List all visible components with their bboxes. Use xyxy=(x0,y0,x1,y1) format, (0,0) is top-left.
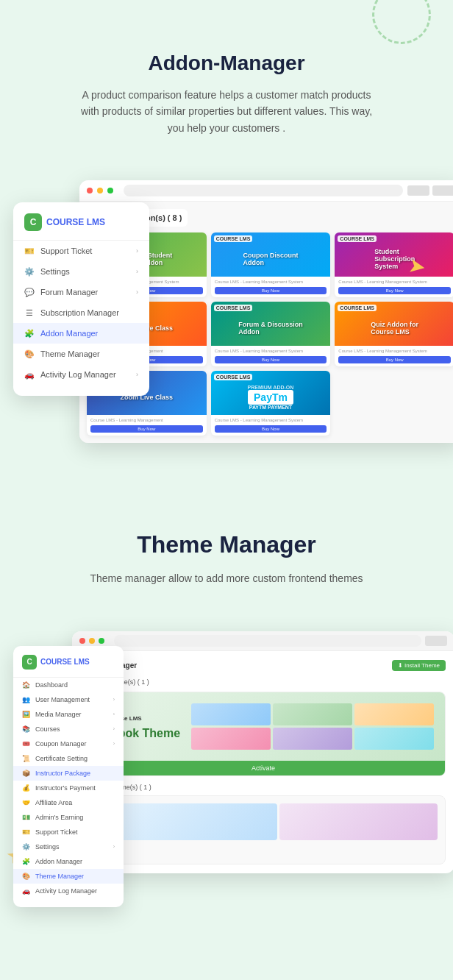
theme-sidebar-item-support-ticket[interactable]: 🎫 Support Ticket xyxy=(13,825,124,839)
theme-manager-description: Theme manager allow to add more custom f… xyxy=(72,570,381,586)
theme-sidebar-item-dashboard[interactable]: 🏠 Dashboard xyxy=(13,678,124,692)
media-icon: 🖼️ xyxy=(22,711,31,718)
available-section-title: Available Theme(s) ( 1 ) xyxy=(81,784,446,791)
sidebar-item-theme-manager[interactable]: 🎨 Theme Manager xyxy=(13,344,149,364)
theme-sidebar-item-label: Theme Manager xyxy=(35,873,84,880)
addon-card-subscription: COURSE LMS Student Subscription System C… xyxy=(335,232,453,297)
theme-sidebar-item-label: Media Manager xyxy=(35,711,82,718)
activity-icon: 🚗 xyxy=(24,369,35,380)
sidebar-item-forum-manager[interactable]: 💬 Forum Manager › xyxy=(13,282,149,302)
arrow-icon: › xyxy=(113,726,115,731)
theme-sidebar-item-label: Support Ticket xyxy=(35,828,78,836)
browser-bar xyxy=(79,180,453,202)
browser-url-bar-2 xyxy=(114,635,421,647)
theme-preview-img-4 xyxy=(191,728,271,750)
theme-sidebar-item-admin-earning[interactable]: 💵 Admin's Earning xyxy=(13,810,124,825)
browser-dot-green xyxy=(107,188,113,193)
arrow-icon: › xyxy=(136,247,138,255)
addon-buy-btn-2[interactable]: Buy Now xyxy=(215,287,327,294)
theme-icon: 🎨 xyxy=(24,349,35,359)
addon-buy-btn-6[interactable]: Buy Now xyxy=(338,356,451,363)
theme-sidebar-item-theme-manager[interactable]: 🎨 Theme Manager xyxy=(13,869,124,884)
theme-sidebar-logo-text: COURSE LMS xyxy=(40,658,90,666)
affiliate-icon: 🤝 xyxy=(22,799,31,806)
addon-card-img-6: COURSE LMS Quiz Addon for Course LMS xyxy=(335,302,453,346)
addon-icon: 🧩 xyxy=(24,328,35,338)
theme-content: Theme Manager ⬇ Install Theme Installed … xyxy=(72,651,453,873)
theme-content-header: Theme Manager ⬇ Install Theme xyxy=(81,660,446,671)
available-theme-preview xyxy=(118,803,438,856)
sidebar-item-subscription-manager[interactable]: ☰ Subscription Manager xyxy=(13,302,149,323)
earning-icon: 💵 xyxy=(22,814,31,821)
browser-action-btn xyxy=(407,185,429,196)
sidebar-item-activity-log-manager[interactable]: 🚗 Activity Log Manager › xyxy=(13,364,149,385)
theme-preview-img-2 xyxy=(273,703,352,725)
sidebar-item-label: Activity Log Manager xyxy=(40,370,116,379)
addon-card-subtitle-3: Course LMS - Learning Management System xyxy=(338,280,451,284)
theme-sidebar-item-affiliate[interactable]: 🤝 Affiliate Area xyxy=(13,795,124,810)
addon-buy-btn-7[interactable]: Buy Now xyxy=(90,425,203,433)
sidebar-item-settings[interactable]: ⚙️ Settings › xyxy=(13,261,149,282)
avail-preview-img-2 xyxy=(279,803,438,840)
theme-sidebar-item-label: Coupon Manager xyxy=(35,740,87,748)
theme-sidebar-item-label: User Management xyxy=(35,696,90,703)
theme-manager-title: Theme Manager xyxy=(29,531,424,558)
theme-sidebar-item-settings[interactable]: ⚙️ Settings › xyxy=(13,839,124,854)
ticket-icon: 🎫 xyxy=(24,246,35,256)
sidebar-item-support-ticket[interactable]: 🎫 Support Ticket › xyxy=(13,241,149,261)
arrow-icon: › xyxy=(113,844,115,849)
sidebar-item-label: Theme Manager xyxy=(40,349,100,358)
theme-sidebar-item-user-management[interactable]: 👥 User Management › xyxy=(13,692,124,707)
browser-action-btn xyxy=(432,185,453,196)
addon-icon: 🧩 xyxy=(22,858,31,865)
sidebar-item-addon-manager[interactable]: 🧩 Addon Manager xyxy=(13,323,149,344)
theme-browser-bar xyxy=(72,631,453,651)
theme-sidebar-item-addon-manager[interactable]: 🧩 Addon Manager xyxy=(13,854,124,869)
addon-card-img-8: COURSE LMS PREMIUM ADD-ON PayTm PAYTM PA… xyxy=(211,371,331,415)
theme-sidebar-logo: C COURSE LMS xyxy=(13,655,124,678)
addon-card-subtitle-2: Course LMS - Learning Management System xyxy=(215,280,327,284)
theme-sidebar-item-label: Activity Log Manager xyxy=(35,887,97,895)
avail-preview-img-1 xyxy=(118,803,277,840)
theme-sidebar-item-label: Instructor Package xyxy=(35,770,90,777)
addon-buy-btn-3[interactable]: Buy Now xyxy=(338,287,451,294)
browser-dot-red xyxy=(87,188,93,193)
arrow-icon: › xyxy=(136,268,138,275)
settings-icon: ⚙️ xyxy=(24,266,35,277)
theme-sidebar: C COURSE LMS 🏠 Dashboard 👥 User Manageme… xyxy=(13,646,124,907)
installed-section-title: Installed Theme(s) ( 1 ) xyxy=(81,678,446,686)
addon-card-body-7: Course LMS - Learning Management Buy Now xyxy=(87,415,207,436)
addon-card-img-2: COURSE LMS Coupon Discount Addon xyxy=(211,232,331,277)
available-theme-card: R Rumbok Theme For Course LMS xyxy=(81,795,446,864)
addon-card-subtitle-8: Course LMS - Learning Management System xyxy=(215,418,327,422)
theme-sidebar-item-coupon[interactable]: 🎟️ Coupon Manager › xyxy=(13,736,124,751)
sidebar-item-label: Subscription Manager xyxy=(40,308,119,317)
theme-icon: 🎨 xyxy=(22,873,31,880)
payment-icon: 💰 xyxy=(22,784,31,792)
install-theme-button[interactable]: ⬇ Install Theme xyxy=(392,660,446,671)
support-icon: 🎫 xyxy=(22,828,31,836)
theme-sidebar-item-instructor-package[interactable]: 📦 Instructor Package xyxy=(13,766,124,781)
addon-manager-section: Addon-Manager A product comparison featu… xyxy=(15,22,438,180)
addon-card-forum: COURSE LMS Forum & Discussion Addon Cour… xyxy=(211,302,331,366)
theme-preview-img-6 xyxy=(354,728,434,750)
theme-sidebar-item-media[interactable]: 🖼️ Media Manager › xyxy=(13,707,124,722)
theme-sidebar-item-certificate[interactable]: 📜 Certificate Setting xyxy=(13,751,124,766)
theme-sidebar-logo-icon: C xyxy=(22,655,37,670)
arrow-icon: › xyxy=(136,371,138,378)
theme-sidebar-item-activity-log[interactable]: 🚗 Activity Log Manager xyxy=(13,884,124,898)
theme-sidebar-item-label: Certificate Setting xyxy=(35,755,88,762)
addon-card-img-5: COURSE LMS Forum & Discussion Addon xyxy=(211,302,331,346)
activate-button[interactable]: Activate xyxy=(82,761,445,775)
arrow-icon: › xyxy=(113,741,115,746)
addon-sidebar: C COURSE LMS 🎫 Support Ticket › ⚙️ Setti… xyxy=(13,202,149,396)
theme-sidebar-item-label: Dashboard xyxy=(35,681,68,689)
theme-sidebar-item-courses[interactable]: 📚 Courses › xyxy=(13,722,124,736)
sidebar-logo-icon: C xyxy=(24,213,42,231)
installed-theme-card: C Course LMS Rambok Theme xyxy=(81,692,446,776)
theme-sidebar-item-instructor-payment[interactable]: 💰 Instructor's Payment xyxy=(13,781,124,795)
addon-buy-btn-5[interactable]: Buy Now xyxy=(215,356,327,363)
sidebar-item-label: Settings xyxy=(40,267,70,276)
settings-icon: ⚙️ xyxy=(22,843,31,851)
addon-buy-btn-8[interactable]: Buy Now xyxy=(215,425,327,433)
